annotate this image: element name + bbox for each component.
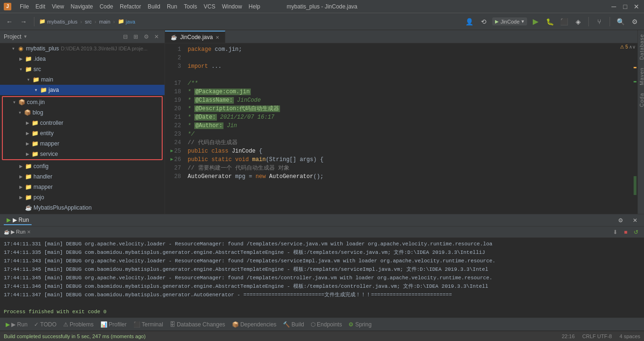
code-line-25: public class JinCode {	[188, 147, 628, 155]
menu-view[interactable]: View	[49, 2, 67, 11]
collapse-all-button[interactable]: ⊟	[121, 32, 130, 41]
menu-file[interactable]: File	[17, 2, 32, 11]
log-blank	[4, 299, 640, 308]
run-close-x[interactable]: ✕	[27, 229, 31, 235]
menu-run[interactable]: Run	[164, 2, 180, 11]
dependencies-btn[interactable]: 📦 Dependencies	[230, 320, 279, 329]
tree-item-controller[interactable]: ▶ 📁 controller	[3, 118, 162, 128]
menu-edit[interactable]: Edit	[33, 2, 48, 11]
tree-label-mapper-blog: mapper	[40, 140, 59, 147]
tree-item-service[interactable]: ▶ 📁 service	[3, 149, 162, 159]
log-line-6: 17:44:11.346 [main] DEBUG com.baomidou.m…	[4, 282, 640, 291]
sync-button[interactable]: ⟲	[478, 16, 489, 27]
run-button[interactable]: ▶	[530, 16, 541, 27]
forward-button[interactable]: →	[18, 16, 29, 27]
tree-label-pojo: pojo	[33, 194, 44, 201]
tree-item-java[interactable]: ▾ 📁 java	[0, 85, 165, 95]
endpoints-btn[interactable]: ⬡ Endpoints	[309, 320, 344, 329]
tree-label-java: java	[49, 87, 59, 93]
code-line-19: * @ClassName: JinCode	[188, 96, 628, 105]
tree-item-idea[interactable]: ▶ 📁 .idea	[0, 54, 165, 64]
database-tab[interactable]: Database	[638, 30, 644, 64]
folder-com-jin-icon: 📦	[18, 98, 25, 106]
folder-icon: 📁	[39, 18, 46, 24]
tree-label-root: mybatis_plus	[26, 45, 59, 52]
tree-item-entity[interactable]: ▶ 📁 entity	[3, 128, 162, 138]
spring-btn[interactable]: ⚙ Spring	[347, 320, 373, 329]
stop-run-btn[interactable]: ■	[621, 228, 630, 236]
expand-all-button[interactable]: ⊞	[132, 32, 140, 41]
coda-tab[interactable]: Coda	[638, 89, 644, 111]
profiler-btn[interactable]: 📊 Profiler	[99, 320, 129, 329]
profile-button[interactable]: 👤	[464, 16, 475, 27]
line-num-20: 20	[165, 105, 181, 113]
coverage-button[interactable]: ⬛	[558, 16, 570, 27]
settings-button[interactable]: ⚙	[629, 16, 640, 27]
close-bottom-btn[interactable]: ✕	[630, 216, 640, 225]
menu-vcs[interactable]: VCS	[201, 2, 218, 11]
tree-item-mapper-root[interactable]: ▶ 📁 mapper	[0, 182, 165, 192]
code-line-3: import ...	[188, 62, 628, 71]
menu-help[interactable]: Help	[246, 2, 263, 11]
menu-navigate[interactable]: Navigate	[68, 2, 96, 11]
run-tab-icon: ▶	[7, 217, 11, 223]
folder-blog-icon: 📦	[24, 109, 31, 116]
bottom-tool-tabs: ▶ ▶ Run ✓ TODO ⚠ Problems 📊 Profiler ⬛ T…	[0, 317, 644, 331]
debug-button[interactable]: 🐛	[544, 16, 555, 27]
menu-build[interactable]: Build	[145, 2, 163, 11]
profile-run-button[interactable]: ◈	[572, 16, 584, 27]
tree-label-main: main	[41, 76, 53, 83]
minimize-button[interactable]: ─	[610, 3, 618, 10]
back-button[interactable]: ←	[4, 16, 15, 27]
tree-item-handler[interactable]: ▶ 📁 handler	[0, 171, 165, 182]
settings-panel-button[interactable]: ⚙	[142, 32, 150, 41]
tree-label-service: service	[40, 151, 58, 157]
tree-item-config[interactable]: ▶ 📁 config	[0, 161, 165, 171]
warning-indicator[interactable]: ⚠ 5 ∧∨	[618, 43, 637, 50]
tree-item-com-jin[interactable]: ▾ 📦 com.jin	[3, 97, 162, 107]
scroll-to-end-btn[interactable]: ⬇	[611, 228, 619, 236]
code-area[interactable]: package com.jin; import ... /** * @Packa…	[184, 43, 632, 214]
build-btn[interactable]: 🔨 Build	[281, 320, 306, 329]
menu-refactor[interactable]: Refactor	[117, 2, 144, 11]
tree-item-main[interactable]: ▾ 📁 main	[0, 74, 165, 85]
tab-close-jincode[interactable]: ✕	[215, 35, 219, 40]
run-tool-btn[interactable]: ▶ ▶ Run	[4, 320, 29, 329]
close-button[interactable]: ✕	[633, 3, 640, 10]
maximize-button[interactable]: □	[621, 3, 629, 10]
tree-item-app[interactable]: ▶ ☕ MybatisPlusApplication	[0, 203, 165, 213]
window-controls: ─ □ ✕	[610, 3, 640, 10]
menu-tools[interactable]: Tools	[181, 2, 200, 11]
log-line-7: 17:44:11.347 [main] DEBUG com.baomidou.m…	[4, 291, 640, 299]
close-panel-button[interactable]: ✕	[152, 32, 161, 41]
warning-icon: ⚠	[620, 44, 624, 49]
code-line-26: public static void main(String[] args) {	[188, 155, 628, 164]
menu-window[interactable]: Window	[219, 2, 245, 11]
terminal-btn[interactable]: ⬛ Terminal	[132, 320, 165, 329]
panel-dropdown-icon[interactable]: ▾	[24, 33, 27, 40]
editor-tab-jincode[interactable]: ☕ JinCode.java ✕	[165, 31, 225, 43]
git-button[interactable]: ⑂	[594, 16, 605, 27]
folder-src-icon: 📁	[25, 65, 32, 73]
tree-item-blog[interactable]: ▾ 📦 blog	[3, 107, 162, 118]
tree-arrow-service: ▶	[24, 150, 31, 158]
tree-item-src[interactable]: ▾ 📁 src	[0, 64, 165, 74]
tree-item-pojo[interactable]: ▶ 📁 pojo	[0, 192, 165, 203]
run-tab[interactable]: ▶ ▶ Run	[4, 216, 32, 225]
run-config-dropdown[interactable]: ▶ JinCode ▾	[492, 17, 527, 25]
settings-bottom-btn[interactable]: ⚙	[615, 216, 626, 225]
todo-btn[interactable]: ✓ TODO	[32, 320, 58, 329]
code-line-24: // 代码自动生成器	[188, 138, 628, 147]
tree-arrow-config: ▶	[17, 162, 25, 170]
rerun-btn[interactable]: ↺	[632, 228, 640, 236]
db-changes-btn[interactable]: 🗄 Database Changes	[168, 320, 227, 329]
code-line-2	[188, 54, 628, 62]
menu-code[interactable]: Code	[97, 2, 116, 11]
search-button[interactable]: 🔍	[615, 16, 626, 27]
problems-btn[interactable]: ⚠ Problems	[61, 320, 96, 329]
tree-arrow-src: ▾	[17, 65, 25, 73]
tree-item-mapper-blog[interactable]: ▶ 📁 mapper	[3, 138, 162, 149]
maven-tab[interactable]: Maven	[638, 64, 644, 89]
tree-item-root[interactable]: ▾ ◉ mybatis_plus D:\IDEA 2019.3.3\Intell…	[0, 43, 165, 54]
title-bar: J File Edit View Navigate Code Refactor …	[0, 0, 644, 13]
